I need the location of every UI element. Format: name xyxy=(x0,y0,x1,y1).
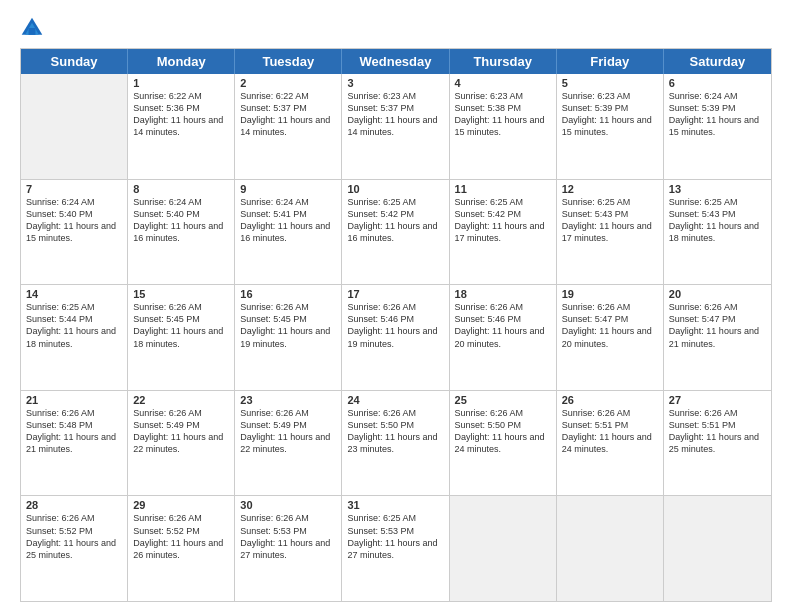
day-number: 16 xyxy=(240,288,336,300)
cell-info: Sunrise: 6:25 AMSunset: 5:42 PMDaylight:… xyxy=(347,196,443,245)
calendar-cell: 30Sunrise: 6:26 AMSunset: 5:53 PMDayligh… xyxy=(235,496,342,601)
calendar-cell: 1Sunrise: 6:22 AMSunset: 5:36 PMDaylight… xyxy=(128,74,235,179)
calendar-cell xyxy=(21,74,128,179)
cell-info: Sunrise: 6:26 AMSunset: 5:52 PMDaylight:… xyxy=(133,512,229,561)
day-number: 13 xyxy=(669,183,766,195)
day-number: 30 xyxy=(240,499,336,511)
day-number: 26 xyxy=(562,394,658,406)
calendar-cell: 18Sunrise: 6:26 AMSunset: 5:46 PMDayligh… xyxy=(450,285,557,390)
calendar-cell: 9Sunrise: 6:24 AMSunset: 5:41 PMDaylight… xyxy=(235,180,342,285)
calendar-cell: 26Sunrise: 6:26 AMSunset: 5:51 PMDayligh… xyxy=(557,391,664,496)
day-number: 17 xyxy=(347,288,443,300)
day-header-thursday: Thursday xyxy=(450,49,557,74)
cell-info: Sunrise: 6:26 AMSunset: 5:50 PMDaylight:… xyxy=(455,407,551,456)
calendar-cell: 28Sunrise: 6:26 AMSunset: 5:52 PMDayligh… xyxy=(21,496,128,601)
cell-info: Sunrise: 6:26 AMSunset: 5:52 PMDaylight:… xyxy=(26,512,122,561)
day-header-wednesday: Wednesday xyxy=(342,49,449,74)
cell-info: Sunrise: 6:26 AMSunset: 5:49 PMDaylight:… xyxy=(133,407,229,456)
logo xyxy=(20,16,48,40)
calendar-header: SundayMondayTuesdayWednesdayThursdayFrid… xyxy=(21,49,771,74)
cell-info: Sunrise: 6:26 AMSunset: 5:50 PMDaylight:… xyxy=(347,407,443,456)
cell-info: Sunrise: 6:24 AMSunset: 5:40 PMDaylight:… xyxy=(133,196,229,245)
calendar-week-1: 1Sunrise: 6:22 AMSunset: 5:36 PMDaylight… xyxy=(21,74,771,180)
calendar-cell xyxy=(664,496,771,601)
page: SundayMondayTuesdayWednesdayThursdayFrid… xyxy=(0,0,792,612)
cell-info: Sunrise: 6:26 AMSunset: 5:49 PMDaylight:… xyxy=(240,407,336,456)
day-number: 21 xyxy=(26,394,122,406)
calendar: SundayMondayTuesdayWednesdayThursdayFrid… xyxy=(20,48,772,602)
cell-info: Sunrise: 6:26 AMSunset: 5:51 PMDaylight:… xyxy=(669,407,766,456)
day-number: 2 xyxy=(240,77,336,89)
calendar-cell: 17Sunrise: 6:26 AMSunset: 5:46 PMDayligh… xyxy=(342,285,449,390)
cell-info: Sunrise: 6:26 AMSunset: 5:45 PMDaylight:… xyxy=(240,301,336,350)
calendar-cell: 23Sunrise: 6:26 AMSunset: 5:49 PMDayligh… xyxy=(235,391,342,496)
cell-info: Sunrise: 6:26 AMSunset: 5:51 PMDaylight:… xyxy=(562,407,658,456)
day-number: 14 xyxy=(26,288,122,300)
calendar-cell xyxy=(450,496,557,601)
calendar-week-5: 28Sunrise: 6:26 AMSunset: 5:52 PMDayligh… xyxy=(21,496,771,601)
cell-info: Sunrise: 6:26 AMSunset: 5:47 PMDaylight:… xyxy=(562,301,658,350)
day-number: 27 xyxy=(669,394,766,406)
day-number: 25 xyxy=(455,394,551,406)
calendar-cell: 21Sunrise: 6:26 AMSunset: 5:48 PMDayligh… xyxy=(21,391,128,496)
day-number: 10 xyxy=(347,183,443,195)
cell-info: Sunrise: 6:25 AMSunset: 5:44 PMDaylight:… xyxy=(26,301,122,350)
calendar-cell: 31Sunrise: 6:25 AMSunset: 5:53 PMDayligh… xyxy=(342,496,449,601)
calendar-cell: 13Sunrise: 6:25 AMSunset: 5:43 PMDayligh… xyxy=(664,180,771,285)
calendar-cell xyxy=(557,496,664,601)
calendar-cell: 3Sunrise: 6:23 AMSunset: 5:37 PMDaylight… xyxy=(342,74,449,179)
day-number: 18 xyxy=(455,288,551,300)
day-number: 29 xyxy=(133,499,229,511)
svg-rect-2 xyxy=(29,28,36,35)
day-header-saturday: Saturday xyxy=(664,49,771,74)
cell-info: Sunrise: 6:23 AMSunset: 5:39 PMDaylight:… xyxy=(562,90,658,139)
cell-info: Sunrise: 6:24 AMSunset: 5:41 PMDaylight:… xyxy=(240,196,336,245)
calendar-week-2: 7Sunrise: 6:24 AMSunset: 5:40 PMDaylight… xyxy=(21,180,771,286)
calendar-week-3: 14Sunrise: 6:25 AMSunset: 5:44 PMDayligh… xyxy=(21,285,771,391)
cell-info: Sunrise: 6:26 AMSunset: 5:53 PMDaylight:… xyxy=(240,512,336,561)
cell-info: Sunrise: 6:25 AMSunset: 5:43 PMDaylight:… xyxy=(562,196,658,245)
header xyxy=(20,16,772,40)
calendar-cell: 16Sunrise: 6:26 AMSunset: 5:45 PMDayligh… xyxy=(235,285,342,390)
calendar-cell: 14Sunrise: 6:25 AMSunset: 5:44 PMDayligh… xyxy=(21,285,128,390)
calendar-cell: 8Sunrise: 6:24 AMSunset: 5:40 PMDaylight… xyxy=(128,180,235,285)
day-number: 4 xyxy=(455,77,551,89)
day-header-monday: Monday xyxy=(128,49,235,74)
calendar-cell: 7Sunrise: 6:24 AMSunset: 5:40 PMDaylight… xyxy=(21,180,128,285)
calendar-cell: 10Sunrise: 6:25 AMSunset: 5:42 PMDayligh… xyxy=(342,180,449,285)
cell-info: Sunrise: 6:25 AMSunset: 5:43 PMDaylight:… xyxy=(669,196,766,245)
cell-info: Sunrise: 6:26 AMSunset: 5:45 PMDaylight:… xyxy=(133,301,229,350)
day-number: 15 xyxy=(133,288,229,300)
cell-info: Sunrise: 6:26 AMSunset: 5:46 PMDaylight:… xyxy=(347,301,443,350)
calendar-cell: 12Sunrise: 6:25 AMSunset: 5:43 PMDayligh… xyxy=(557,180,664,285)
cell-info: Sunrise: 6:24 AMSunset: 5:40 PMDaylight:… xyxy=(26,196,122,245)
calendar-body: 1Sunrise: 6:22 AMSunset: 5:36 PMDaylight… xyxy=(21,74,771,601)
cell-info: Sunrise: 6:22 AMSunset: 5:37 PMDaylight:… xyxy=(240,90,336,139)
day-number: 20 xyxy=(669,288,766,300)
day-number: 1 xyxy=(133,77,229,89)
cell-info: Sunrise: 6:22 AMSunset: 5:36 PMDaylight:… xyxy=(133,90,229,139)
cell-info: Sunrise: 6:24 AMSunset: 5:39 PMDaylight:… xyxy=(669,90,766,139)
cell-info: Sunrise: 6:23 AMSunset: 5:38 PMDaylight:… xyxy=(455,90,551,139)
day-number: 22 xyxy=(133,394,229,406)
calendar-cell: 27Sunrise: 6:26 AMSunset: 5:51 PMDayligh… xyxy=(664,391,771,496)
day-number: 9 xyxy=(240,183,336,195)
day-header-friday: Friday xyxy=(557,49,664,74)
calendar-cell: 5Sunrise: 6:23 AMSunset: 5:39 PMDaylight… xyxy=(557,74,664,179)
calendar-cell: 2Sunrise: 6:22 AMSunset: 5:37 PMDaylight… xyxy=(235,74,342,179)
calendar-cell: 6Sunrise: 6:24 AMSunset: 5:39 PMDaylight… xyxy=(664,74,771,179)
day-number: 19 xyxy=(562,288,658,300)
day-number: 8 xyxy=(133,183,229,195)
calendar-week-4: 21Sunrise: 6:26 AMSunset: 5:48 PMDayligh… xyxy=(21,391,771,497)
cell-info: Sunrise: 6:23 AMSunset: 5:37 PMDaylight:… xyxy=(347,90,443,139)
day-number: 7 xyxy=(26,183,122,195)
day-number: 3 xyxy=(347,77,443,89)
day-header-tuesday: Tuesday xyxy=(235,49,342,74)
day-number: 5 xyxy=(562,77,658,89)
calendar-cell: 11Sunrise: 6:25 AMSunset: 5:42 PMDayligh… xyxy=(450,180,557,285)
day-number: 24 xyxy=(347,394,443,406)
day-number: 28 xyxy=(26,499,122,511)
calendar-cell: 29Sunrise: 6:26 AMSunset: 5:52 PMDayligh… xyxy=(128,496,235,601)
calendar-cell: 24Sunrise: 6:26 AMSunset: 5:50 PMDayligh… xyxy=(342,391,449,496)
day-header-sunday: Sunday xyxy=(21,49,128,74)
